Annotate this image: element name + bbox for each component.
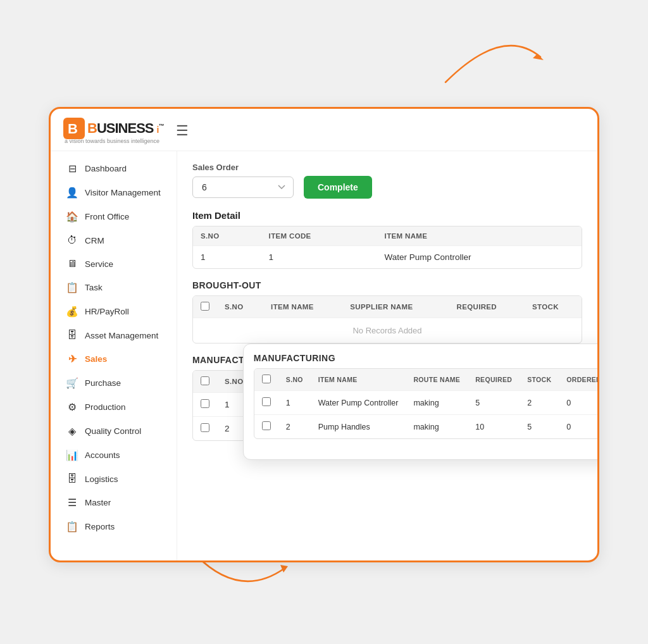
brought-out-col-check [193,296,217,318]
sidebar-item-service[interactable]: 🖥 Service [54,252,173,275]
manufacturing-popup-card: MANUFACTURING S.NO ITEM NAME ROUTE NAME … [243,344,597,460]
item-detail-col-code: ITEM CODE [261,226,377,246]
brought-out-no-records-row: No Records Added [193,318,582,344]
svg-marker-1 [280,565,288,573]
sidebar-item-hr-payroll[interactable]: 💰 HR/PayRoll [54,300,173,323]
sales-order-row: 6 Complete [192,176,582,199]
brought-out-col-sno: S.NO [217,296,263,318]
sidebar-item-label: Task [85,283,103,292]
table-row: 2 Pump Handles making 10 5 0 [254,415,597,439]
sidebar-item-label: HR/PayRoll [85,307,129,316]
sidebar-item-sales[interactable]: ✈ Sales [54,347,173,371]
item-code: 1 [261,246,377,269]
popup-row1-check[interactable] [262,397,271,406]
visitor-icon: 👤 [66,187,78,199]
item-detail-table-container: S.NO ITEM CODE ITEM NAME 1 1 Water Pump … [192,226,582,269]
qc-icon: ◈ [66,425,78,437]
sidebar: ⊟ Dashboard 👤 Visitor Management 🏠 Front… [51,151,177,560]
sidebar-item-purchase[interactable]: 🛒 Purchase [54,371,173,395]
complete-button[interactable]: Complete [304,176,372,199]
popup-col-sno: S.NO [278,369,311,391]
sidebar-item-crm[interactable]: ⏱ CRM [54,229,173,252]
popup-col-stock: STOCK [520,369,559,391]
sidebar-item-production[interactable]: ⚙ Production [54,395,173,419]
task-icon: 📋 [66,282,78,294]
popup-row2-check[interactable] [262,421,271,430]
sidebar-item-accounts[interactable]: 📊 Accounts [54,443,173,467]
sidebar-item-master[interactable]: ☰ Master [54,491,173,514]
popup-title: MANUFACTURING [254,353,597,363]
item-detail-title: Item Detail [192,210,582,221]
logo-icon: B [63,118,85,139]
dashboard-icon: ⊟ [66,163,78,175]
table-row: 1 1 Water Pump Controller [193,246,582,269]
purchase-icon: 🛒 [66,377,78,389]
table-row: 1 Water Pump Controller making 5 2 0 [254,391,597,415]
popup-col-name: ITEM NAME [311,369,406,391]
mfg-select-all[interactable] [201,376,209,385]
logo-text: BUSINESS i™ [87,120,163,137]
hr-icon: 💰 [66,306,78,318]
sidebar-item-label: Production [85,402,126,412]
logistics-icon: 🗄 [66,473,78,485]
popup-row1-stock: 2 [520,391,559,415]
sidebar-item-dashboard[interactable]: ⊟ Dashboard [54,157,173,180]
logo-main: B BUSINESS i™ [63,118,163,139]
sidebar-item-label: CRM [85,236,104,245]
main-content: Sales Order 6 Complete Item Detail S.NO … [177,151,597,560]
sidebar-item-label: Quality Control [85,426,141,436]
brought-out-select-all[interactable] [201,302,209,311]
svg-marker-0 [533,54,544,60]
brought-out-col-supplier: SUPPLIER NAME [342,296,449,318]
item-detail-col-name: ITEM NAME [377,226,582,246]
sidebar-item-label: Accounts [85,450,120,460]
item-detail-table: S.NO ITEM CODE ITEM NAME 1 1 Water Pump … [193,226,582,268]
sidebar-item-visitor-management[interactable]: 👤 Visitor Management [54,181,173,204]
popup-row2-required: 10 [468,415,520,439]
sidebar-item-front-office[interactable]: 🏠 Front Office [54,205,173,228]
reports-icon: 📋 [66,521,78,533]
sidebar-item-label: Reports [85,522,115,531]
hamburger-icon[interactable]: ☰ [176,123,189,139]
brought-out-col-stock: STOCK [525,296,582,318]
sidebar-item-label: Purchase [85,378,121,388]
sidebar-item-reports[interactable]: 📋 Reports [54,515,173,538]
logo-area: B BUSINESS i™ a vision towards business … [63,118,163,144]
production-icon: ⚙ [66,401,78,413]
sidebar-item-logistics[interactable]: 🗄 Logistics [54,468,173,490]
sidebar-item-quality-control[interactable]: ◈ Quality Control [54,419,173,443]
sales-icon: ✈ [66,353,78,365]
popup-row2-ordered: 0 [559,415,597,439]
logo-tagline: a vision towards business intelligence [65,138,159,144]
accounts-icon: 📊 [66,449,78,461]
sidebar-item-label: Service [85,259,113,269]
mfg-row2-check[interactable] [201,423,209,432]
sidebar-item-label: Visitor Management [85,188,161,197]
popup-row2-route: making [406,415,468,439]
popup-row2-stock: 5 [520,415,559,439]
brought-out-no-records: No Records Added [193,318,582,344]
sidebar-item-label: Master [85,498,111,507]
popup-row1-sno: 1 [278,391,311,415]
brought-out-header-row: S.NO ITEM NAME SUPPLIER NAME REQUIRED ST… [193,296,582,318]
sales-order-label: Sales Order [192,163,582,172]
sidebar-item-task[interactable]: 📋 Task [54,276,173,299]
popup-col-ordered: ORDERED [559,369,597,391]
popup-col-route: ROUTE NAME [406,369,468,391]
popup-row2-name: Pump Handles [311,415,406,439]
sidebar-item-label: Front Office [85,212,129,221]
popup-col-check [254,369,278,391]
service-icon: 🖥 [66,258,78,269]
sales-order-select[interactable]: 6 [192,176,294,198]
crm-icon: ⏱ [66,235,78,246]
app-body: ⊟ Dashboard 👤 Visitor Management 🏠 Front… [51,151,597,560]
sidebar-item-label: Sales [85,354,107,364]
popup-select-all[interactable] [262,375,271,383]
front-office-icon: 🏠 [66,211,78,223]
sidebar-item-asset-management[interactable]: 🗄 Asset Management [54,324,173,347]
mfg-row1-check[interactable] [201,399,209,408]
master-icon: ☰ [66,497,78,509]
app-header: B BUSINESS i™ a vision towards business … [51,109,597,151]
brought-out-col-name: ITEM NAME [263,296,342,318]
item-sno: 1 [193,246,261,269]
